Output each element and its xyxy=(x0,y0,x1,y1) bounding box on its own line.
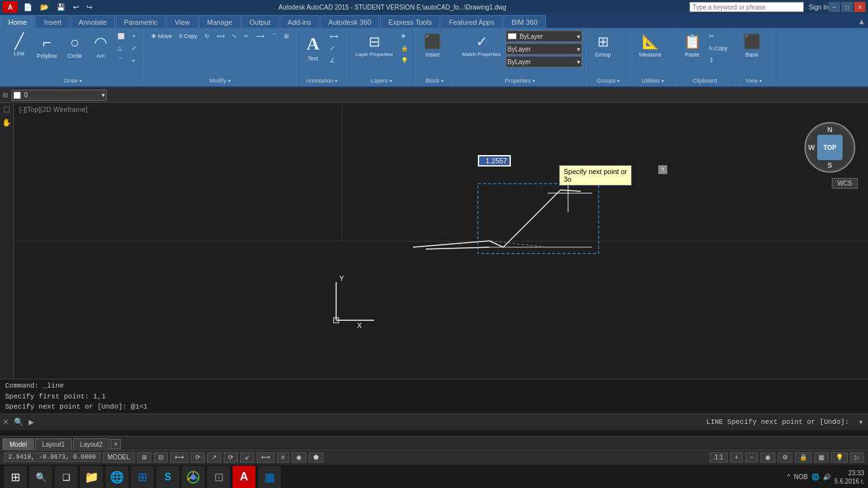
draw-extra-5[interactable]: ⤢ xyxy=(128,43,140,54)
measure-button[interactable]: 📐 Measure xyxy=(635,30,666,66)
tab-output[interactable]: Output xyxy=(241,15,279,28)
tab-view[interactable]: View xyxy=(166,15,198,28)
compass-center[interactable]: TOP xyxy=(817,135,843,160)
draw-extra-3[interactable]: ⌒ xyxy=(114,55,128,66)
taskbar-misc[interactable]: ⊡ xyxy=(207,466,230,489)
annotation-arrow[interactable]: ▾ xyxy=(335,78,337,84)
base-button[interactable]: ⬛ Base xyxy=(739,30,765,66)
grid-display-button[interactable]: ⊞ xyxy=(137,452,151,463)
dynamic-input-value[interactable]: 1.2557 xyxy=(478,155,511,166)
cut-button[interactable]: ✂ xyxy=(706,30,731,42)
paste-special-button[interactable]: ↧ xyxy=(706,55,731,66)
draw-extra-1[interactable]: ⬜ xyxy=(114,30,128,42)
layer-name-dropdown[interactable]: 0 ▾ xyxy=(11,90,107,101)
search-cmd-icon[interactable]: 🔍 xyxy=(11,417,26,426)
tab-insert[interactable]: Insert xyxy=(36,15,70,28)
workspace-switching[interactable]: ⚙ xyxy=(778,452,792,463)
tab-addins[interactable]: Add-ins xyxy=(280,15,320,28)
match-properties-button[interactable]: ✓ Match Properties xyxy=(458,30,505,66)
ortho-mode-button[interactable]: ⟷ xyxy=(170,452,188,463)
sign-in-button[interactable]: Sign In xyxy=(809,4,829,11)
object-snap-button[interactable]: ↙ xyxy=(240,452,254,463)
ui-lock[interactable]: 🔒 xyxy=(795,452,811,463)
dim-linear[interactable]: ⟷ xyxy=(327,30,341,42)
pan-icon[interactable]: ✋ xyxy=(1,117,13,128)
command-input-field[interactable] xyxy=(36,418,707,426)
zoom-out-button[interactable]: − xyxy=(745,452,758,463)
insert-button[interactable]: ⬛ Insert xyxy=(419,30,445,66)
linetype-dropdown[interactable]: ByLayer ▾ xyxy=(506,43,582,55)
tab-autodesk360[interactable]: Autodesk 360 xyxy=(320,15,379,28)
line-button[interactable]: ╱ Line xyxy=(6,30,32,66)
properties-panel[interactable]: ▷ xyxy=(850,452,864,463)
copy-clipboard-button[interactable]: ⎘ Copy xyxy=(706,43,731,54)
modify-arrow[interactable]: ▾ xyxy=(228,78,231,84)
color-dropdown[interactable]: ByLayer ▾ xyxy=(506,30,582,42)
taskbar-file-explorer[interactable]: 📁 xyxy=(80,466,103,489)
layer-lock[interactable]: 🔒 xyxy=(398,43,411,54)
layer-freeze[interactable]: ❄ xyxy=(398,30,411,42)
wcs-label[interactable]: WCS xyxy=(832,178,858,189)
viewport-controls-icon[interactable]: ☐ xyxy=(1,104,13,116)
layers-arrow[interactable]: ▾ xyxy=(390,78,392,84)
fillet-button[interactable]: ⌒ xyxy=(268,30,280,42)
add-tab-button[interactable]: + xyxy=(111,439,121,449)
taskbar-skype[interactable]: S xyxy=(156,466,179,489)
dim-aligned[interactable]: ⤢ xyxy=(327,43,341,54)
search-button-taskbar[interactable]: 🔍 xyxy=(29,466,52,489)
taskbar-chrome[interactable] xyxy=(182,466,205,489)
model-space-button[interactable]: MODEL xyxy=(103,452,135,463)
close-cmd-icon[interactable]: ✕ xyxy=(0,417,11,426)
mirror-button[interactable]: ⟺ xyxy=(214,30,228,42)
draw-arrow[interactable]: ▾ xyxy=(79,78,82,84)
viewport[interactable]: ☐ ✋ [-][Top][2D Wireframe] X Y xyxy=(0,103,868,379)
extend-button[interactable]: ⟿ xyxy=(253,30,268,42)
tab-featured[interactable]: Featured Apps xyxy=(440,15,503,28)
polyline-button[interactable]: ⌐ Polyline xyxy=(32,30,62,66)
taskbar-edge[interactable]: 🌐 xyxy=(105,466,128,489)
scale-button[interactable]: ⤡ xyxy=(229,30,240,42)
quick-access-save[interactable]: 💾 xyxy=(53,2,69,12)
tab-bim360[interactable]: BIM 360 xyxy=(503,15,546,28)
polar-tracking-button[interactable]: ⟳ xyxy=(191,452,205,463)
tab-model[interactable]: Model xyxy=(3,438,34,450)
tab-home[interactable]: Home xyxy=(0,15,35,28)
circle-button[interactable]: ○ Circle xyxy=(62,30,88,66)
draw-extra-6[interactable]: ⟡ xyxy=(128,55,140,66)
snap-mode-button[interactable]: ⊟ xyxy=(154,452,168,463)
array-button[interactable]: ⊞ xyxy=(281,30,292,42)
volume-icon[interactable]: 🔊 xyxy=(823,473,831,480)
arc-button[interactable]: ◠ Arc xyxy=(88,30,114,66)
move-button[interactable]: ✥ Move xyxy=(148,30,175,42)
transparency-button[interactable]: ◉ xyxy=(292,452,306,463)
paste-button[interactable]: 📋 Paste xyxy=(679,30,705,66)
tab-layout1[interactable]: Layout1 xyxy=(35,438,72,450)
tab-annotate[interactable]: Annotate xyxy=(71,15,115,28)
tab-layout2[interactable]: Layout2 xyxy=(73,438,110,450)
lineweight-dropdown[interactable]: ByLayer ▾ xyxy=(506,56,582,67)
layer-properties-button[interactable]: ⊟ Layer Properties xyxy=(351,30,398,66)
view-arrow[interactable]: ▾ xyxy=(759,78,762,84)
zoom-in-button[interactable]: + xyxy=(730,452,743,463)
quick-access-undo[interactable]: ↩ xyxy=(70,2,82,12)
tab-parametric[interactable]: Parametric xyxy=(116,15,166,28)
utilities-arrow[interactable]: ▾ xyxy=(661,78,664,84)
collapse-ribbon[interactable]: ▲ xyxy=(855,15,868,28)
quick-access-new[interactable]: 📄 xyxy=(20,2,36,12)
tab-manage[interactable]: Manage xyxy=(199,15,241,28)
properties-arrow[interactable]: ▾ xyxy=(532,78,535,84)
group-button[interactable]: ⊞ Group xyxy=(590,30,616,66)
draw-extra-4[interactable]: ⚬ xyxy=(128,30,140,42)
start-button[interactable]: ⊞ xyxy=(4,466,27,489)
cmd-dropdown-arrow[interactable]: ▾ xyxy=(854,418,868,426)
minimize-button[interactable]: − xyxy=(829,2,840,12)
show-hidden-tray[interactable]: ^ xyxy=(787,473,790,480)
zoom-scale[interactable]: 1:1 xyxy=(710,452,728,463)
draw-extra-2[interactable]: △ xyxy=(114,43,128,54)
text-button[interactable]: A Text xyxy=(301,30,326,66)
taskbar-store[interactable]: ⊞ xyxy=(131,466,154,489)
tooltip-help-icon[interactable]: ? xyxy=(658,165,667,174)
object-snap-tracking-button[interactable]: ⟳ xyxy=(224,452,238,463)
layer-off[interactable]: 💡 xyxy=(398,55,411,66)
hardware-acc-button[interactable]: ▦ xyxy=(814,452,829,463)
